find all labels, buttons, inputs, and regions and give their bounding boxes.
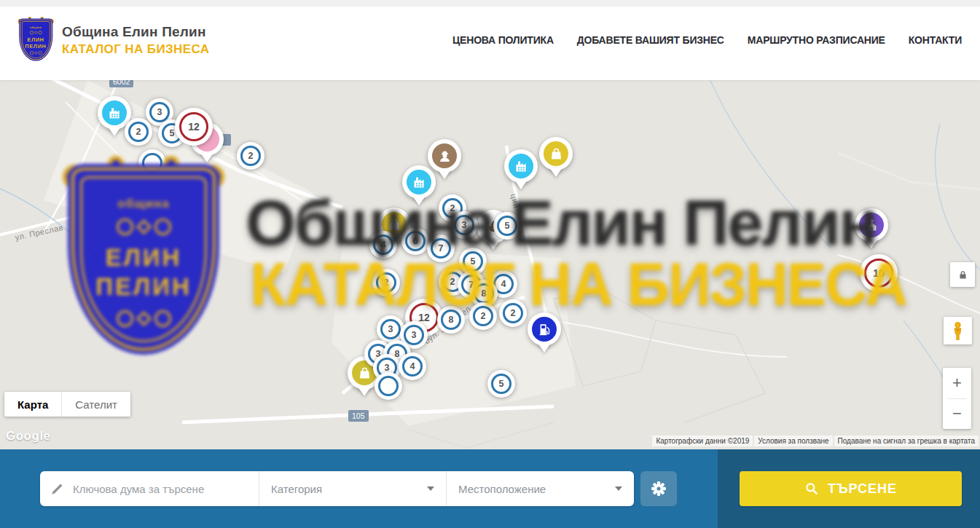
pin-tail (358, 387, 371, 403)
zoom-out-button[interactable]: − (943, 399, 971, 430)
cluster-count: 8 (474, 283, 494, 304)
cluster-count: 3 (149, 102, 170, 122)
chevron-down-icon (615, 486, 622, 491)
map-pin-church[interactable] (855, 208, 888, 255)
advanced-filters-button[interactable] (640, 471, 677, 506)
fuel-pin-circle (528, 312, 561, 346)
site-logo-link[interactable]: община ЕЛИН ПЕЛИН Община Елин Пелин КАТА… (18, 17, 209, 63)
map-cluster-marker[interactable]: 8 (437, 306, 465, 334)
map-button[interactable]: Карта (4, 392, 61, 417)
factory-pin-circle (504, 149, 538, 183)
cluster-count: 2 (240, 146, 261, 166)
search-button-label: ТЪРСЕНЕ (828, 481, 897, 497)
map-canvas[interactable]: 6002105ул. Преславбул. „Новоселций 32512… (0, 80, 980, 449)
bag-pin-circle (539, 137, 573, 170)
map-cluster-marker[interactable]: 4 (369, 231, 397, 259)
location-select[interactable]: Местоположение (446, 471, 634, 506)
cluster-count: 2 (128, 122, 149, 142)
pin-tail (865, 239, 878, 255)
map-pin-factory[interactable] (402, 165, 436, 212)
map-type-control: Карта Сателит (4, 392, 130, 417)
shopping-bag-icon (357, 366, 372, 381)
site-logo-crest: община ЕЛИН ПЕЛИН (18, 17, 55, 63)
category-select[interactable]: Категория (259, 471, 446, 506)
factory-icon (412, 175, 427, 190)
search-panel: Категория Местоположение (0, 449, 980, 528)
satellite-button[interactable]: Сателит (61, 392, 130, 417)
cluster-count: 12 (179, 112, 208, 141)
cluster-count: 6 (405, 231, 426, 251)
worker-icon (437, 149, 452, 164)
map-cluster-marker[interactable]: 2 (125, 118, 152, 146)
pin-tail (438, 170, 451, 186)
gear-icon (651, 481, 667, 497)
cluster-count: 7 (431, 238, 451, 259)
map-cluster-marker[interactable]: 5 (493, 212, 521, 240)
zoom-in-button[interactable]: + (943, 368, 971, 398)
map-data-attribution: Картографски данни ©2019 (652, 436, 753, 446)
search-icon (804, 481, 819, 496)
google-logo[interactable]: Google (6, 429, 51, 444)
map-cluster-marker[interactable] (375, 372, 402, 400)
cluster-count: 5 (491, 374, 511, 394)
keyword-field-wrap (40, 471, 259, 506)
map-cluster-marker[interactable]: 2 (469, 302, 497, 330)
map-cluster-marker[interactable] (138, 149, 166, 177)
nav-item-route-schedule[interactable]: МАРШРУТНО РАЗПИСАНИЕ (748, 34, 885, 46)
map-cluster-marker[interactable]: 3 (450, 211, 478, 239)
map-cluster-marker[interactable]: 2 (372, 269, 400, 296)
terms-link[interactable]: Условия за ползване (754, 436, 832, 446)
map-pin-bag[interactable] (539, 137, 573, 184)
factory-icon (107, 106, 122, 121)
map-pin-factory[interactable] (504, 149, 538, 196)
road-shield-label: 105 (348, 410, 369, 422)
street-view-pegman-button[interactable] (944, 317, 972, 344)
church-pin-circle (855, 208, 888, 242)
map-cluster-marker[interactable]: 5 (487, 370, 515, 398)
pin-tail (538, 343, 551, 359)
cluster-count: 4 (373, 235, 393, 255)
map-cluster-marker[interactable]: 4 (399, 352, 426, 380)
map-cluster-marker[interactable]: 10 (860, 254, 898, 292)
nav-item-contacts[interactable]: КОНТАКТИ (909, 34, 962, 46)
cluster-count: 2 (473, 306, 493, 326)
cluster-count: 3 (404, 325, 424, 345)
pin-tail (412, 196, 426, 212)
cluster-count: 5 (497, 216, 517, 236)
lock-icon (957, 269, 968, 280)
search-group: Категория Местоположение (40, 471, 634, 506)
cluster-count (378, 376, 399, 396)
main-nav: ЦЕНОВА ПОЛИТИКА ДОБАВЕТЕ ВАШИЯТ БИЗНЕС М… (452, 0, 962, 80)
search-button[interactable]: ТЪРСЕНЕ (740, 471, 962, 506)
header: община ЕЛИН ПЕЛИН Община Елин Пелин КАТА… (0, 0, 980, 80)
cluster-count: 3 (454, 215, 474, 235)
map-cluster-marker[interactable]: 2 (237, 142, 264, 170)
pencil-icon (50, 482, 64, 496)
cluster-count: 2 (503, 303, 523, 323)
map-cluster-marker[interactable]: 12 (175, 108, 213, 146)
site-title: Община Елин Пелин (62, 24, 209, 40)
map-pin-fuel[interactable] (528, 312, 561, 359)
pin-tail (200, 153, 213, 169)
keyword-input[interactable] (71, 482, 248, 496)
nav-item-add-business[interactable]: ДОБАВЕТЕ ВАШИЯТ БИЗНЕС (577, 34, 724, 46)
shopping-bag-icon (549, 146, 564, 162)
pin-tail (487, 240, 500, 256)
site-subtitle: КАТАЛОГ НА БИЗНЕСА (62, 42, 209, 57)
chevron-down-icon (427, 486, 434, 491)
pin-tail (549, 168, 562, 184)
map-cluster-marker[interactable]: 2 (499, 299, 527, 327)
map-cluster-marker[interactable]: 6 (401, 227, 429, 255)
cluster-count: 10 (864, 259, 893, 288)
lock-button[interactable] (950, 262, 975, 287)
factory-pin-circle (402, 165, 436, 199)
pin-tail (514, 180, 528, 196)
nav-item-pricing[interactable]: ЦЕНОВА ПОЛИТИКА (452, 34, 554, 46)
pegman-icon (949, 321, 967, 341)
cluster-count: 3 (380, 319, 401, 339)
cluster-count: 5 (463, 251, 483, 272)
cluster-count (142, 153, 162, 173)
map-cluster-marker[interactable]: 7 (427, 235, 455, 262)
report-error-link[interactable]: Подаване на сигнал за грешка в картата (834, 436, 979, 446)
cluster-count: 4 (402, 356, 423, 377)
